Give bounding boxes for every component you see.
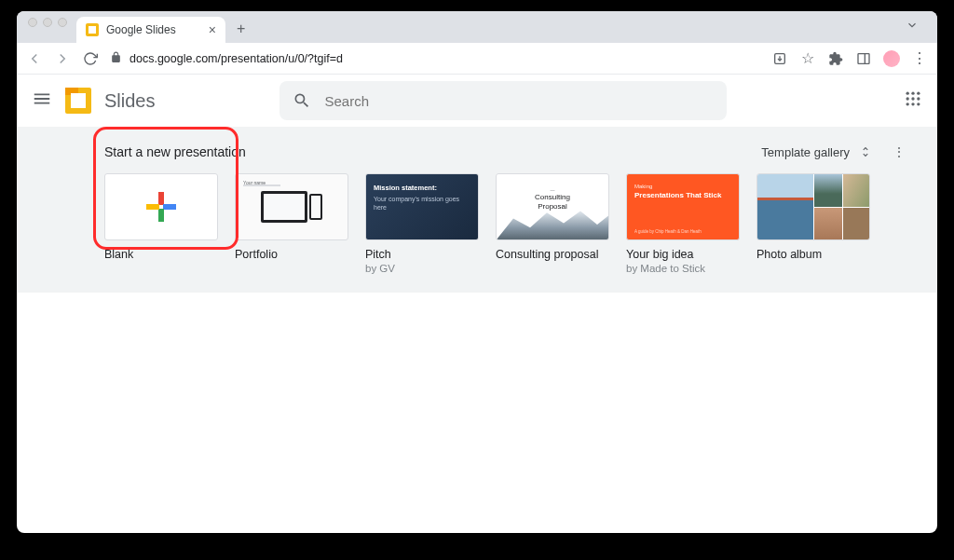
forward-button	[54, 50, 71, 67]
svg-rect-2	[858, 53, 869, 63]
template-title: Consulting proposal	[496, 248, 609, 261]
svg-rect-13	[158, 192, 164, 205]
gallery-label: Template gallery	[761, 145, 850, 159]
browser-toolbar: docs.google.com/presentation/u/0/?tgif=d…	[17, 43, 937, 75]
slides-logo-icon	[65, 88, 91, 114]
thumb-text: A guide by Chip Heath & Dan Heath	[634, 229, 702, 234]
new-tab-button[interactable]: +	[225, 20, 256, 43]
browser-tab[interactable]: Google Slides ×	[76, 17, 225, 43]
template-title: Photo album	[756, 248, 870, 261]
search-bar[interactable]	[279, 81, 727, 120]
thumb-text: Presentations That Stick	[634, 191, 731, 200]
side-panel-icon[interactable]	[855, 50, 872, 67]
slides-favicon-icon	[86, 23, 99, 36]
tabs-dropdown-icon[interactable]	[906, 19, 930, 43]
template-title: Portfolio	[235, 248, 348, 261]
main-menu-button[interactable]	[32, 89, 52, 113]
svg-point-6	[917, 92, 920, 95]
plus-icon	[144, 190, 178, 224]
svg-point-7	[906, 97, 909, 100]
profile-avatar[interactable]	[883, 50, 900, 67]
template-consulting[interactable]: — Consulting Proposal Consulting proposa…	[496, 173, 609, 274]
google-apps-button[interactable]	[904, 89, 922, 112]
template-title: Blank	[104, 248, 218, 261]
app-name: Slides	[104, 90, 155, 112]
svg-point-8	[911, 97, 914, 100]
close-window-icon[interactable]	[28, 18, 37, 27]
unfold-icon	[859, 145, 872, 158]
template-section: Start a new presentation Template galler…	[17, 127, 937, 293]
svg-point-5	[911, 92, 914, 95]
thumb-text: Your company's mission goes here	[374, 195, 470, 212]
template-portfolio[interactable]: Your name Portfolio	[235, 173, 348, 274]
thumb-text: Consulting	[535, 193, 570, 202]
search-input[interactable]	[324, 93, 714, 109]
back-button[interactable]	[26, 50, 43, 67]
window-controls[interactable]	[24, 18, 76, 36]
template-subtitle: by GV	[365, 263, 479, 274]
svg-rect-15	[158, 209, 164, 222]
browser-menu-icon[interactable]: ⋮	[911, 50, 928, 67]
svg-point-9	[917, 97, 920, 100]
tab-title: Google Slides	[106, 23, 176, 36]
svg-point-12	[917, 102, 920, 105]
template-title: Pitch	[365, 248, 479, 261]
browser-tab-bar: Google Slides × +	[17, 11, 937, 43]
install-app-icon[interactable]	[771, 50, 788, 67]
svg-point-4	[906, 92, 909, 95]
search-icon	[293, 91, 311, 110]
browser-window: Google Slides × + docs.google.com/presen…	[17, 11, 937, 533]
svg-point-10	[906, 102, 909, 105]
svg-point-11	[911, 102, 914, 105]
svg-rect-16	[146, 204, 159, 210]
maximize-window-icon[interactable]	[58, 18, 67, 27]
extensions-icon[interactable]	[827, 50, 844, 67]
svg-rect-14	[163, 204, 176, 210]
template-title: Your big idea	[626, 248, 740, 261]
thumb-text: Making	[634, 184, 731, 189]
more-options-button[interactable]: ⋮	[889, 141, 909, 163]
lock-icon[interactable]	[110, 51, 122, 66]
address-text[interactable]: docs.google.com/presentation/u/0/?tgif=d	[129, 52, 343, 65]
template-gallery-button[interactable]: Template gallery	[754, 142, 879, 163]
template-photo-album[interactable]: Photo album	[756, 173, 870, 274]
bookmark-icon[interactable]: ☆	[799, 50, 816, 67]
reload-button[interactable]	[82, 50, 99, 67]
thumb-text: Mission statement:	[374, 184, 470, 193]
app-header: Slides	[17, 75, 937, 127]
minimize-window-icon[interactable]	[43, 18, 52, 27]
thumb-text: Proposal	[535, 202, 570, 212]
template-pitch[interactable]: Mission statement: Your company's missio…	[365, 173, 479, 274]
template-blank[interactable]: Blank	[104, 173, 218, 274]
section-title: Start a new presentation	[104, 144, 246, 159]
template-big-idea[interactable]: Making Presentations That Stick A guide …	[626, 173, 740, 274]
template-subtitle: by Made to Stick	[626, 263, 740, 274]
close-tab-icon[interactable]: ×	[209, 22, 216, 37]
